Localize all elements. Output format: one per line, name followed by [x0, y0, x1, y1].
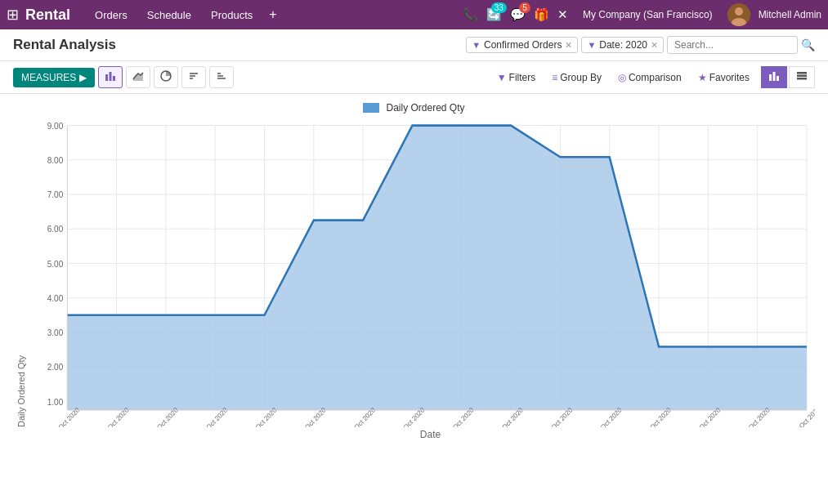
svg-text:2.00: 2.00	[47, 363, 64, 372]
app-name[interactable]: Rental	[25, 7, 70, 24]
chart-container: Daily Ordered Qty Daily Ordered Qty	[0, 94, 828, 453]
nav-orders[interactable]: Orders	[87, 6, 136, 25]
page-header: Rental Analysis ▼ Confirmed Orders ✕ ▼ D…	[0, 29, 828, 61]
measures-label: MEASURES	[21, 72, 76, 83]
svg-text:8.00: 8.00	[47, 156, 64, 165]
chat-badge: 5	[519, 2, 530, 13]
comparison-label: Comparison	[629, 72, 682, 83]
svg-text:9.00: 9.00	[47, 122, 64, 131]
comparison-button[interactable]: ◎ Comparison	[613, 69, 687, 87]
measures-button[interactable]: MEASURES ▶	[13, 68, 95, 87]
filter-label-2: Date: 2020	[599, 39, 647, 51]
close-icon[interactable]: ✕	[557, 7, 568, 22]
filter-icon-2: ▼	[587, 40, 596, 50]
nav-icons: 📞 🔄 33 💬 5 🎁 ✕ My Company (San Francisco…	[463, 3, 821, 26]
favorites-icon: ★	[698, 72, 707, 83]
nav-products[interactable]: Products	[203, 6, 261, 25]
svg-text:10 Oct 2020: 10 Oct 2020	[51, 406, 81, 427]
view-toggle	[761, 66, 815, 88]
chart-wrapper: Daily Ordered Qty	[13, 117, 815, 427]
svg-rect-17	[797, 72, 807, 74]
filter-tags: ▼ Confirmed Orders ✕ ▼ Date: 2020 ✕ 🔍	[466, 36, 815, 54]
search-icon[interactable]: 🔍	[801, 38, 815, 51]
user-name[interactable]: Mitchell Admin	[759, 9, 821, 20]
svg-text:3.00: 3.00	[47, 328, 64, 337]
svg-text:5.00: 5.00	[47, 259, 64, 268]
svg-rect-15	[773, 72, 776, 81]
nav-schedule[interactable]: Schedule	[139, 6, 199, 25]
filters-button[interactable]: ▼ Filters	[492, 69, 541, 87]
filter-close-2[interactable]: ✕	[651, 40, 658, 51]
app-grid-icon[interactable]: ⊞	[7, 6, 19, 24]
filter-confirmed-orders: ▼ Confirmed Orders ✕	[466, 37, 578, 53]
chart-inner: 9.00 8.00 7.00 6.00 5.00 4.00 3.00 2.00 …	[26, 117, 815, 427]
top-navigation: ⊞ Rental Orders Schedule Products + 📞 🔄 …	[0, 0, 828, 29]
refresh-badge: 33	[491, 2, 507, 13]
svg-text:1.00: 1.00	[47, 397, 64, 406]
page-title: Rental Analysis	[13, 37, 459, 53]
filter-icon-1: ▼	[472, 40, 481, 50]
svg-rect-16	[777, 76, 779, 81]
svg-text:6.00: 6.00	[47, 225, 64, 234]
svg-text:25 Oct 202: 25 Oct 202	[791, 408, 815, 427]
list-view-button[interactable]	[789, 66, 815, 88]
measures-arrow-icon: ▶	[79, 72, 87, 83]
filters-label: Filters	[509, 72, 536, 83]
svg-rect-18	[797, 75, 807, 78]
filters-icon: ▼	[497, 72, 507, 83]
svg-rect-4	[110, 72, 112, 81]
toolbar-right: ▼ Filters ≡ Group By ◎ Comparison ★ Favo…	[492, 66, 815, 88]
svg-point-1	[735, 7, 743, 16]
phone-icon[interactable]: 📞	[463, 7, 478, 22]
groupby-icon: ≡	[552, 72, 557, 83]
svg-rect-3	[105, 74, 108, 81]
nav-add-icon[interactable]: +	[264, 4, 281, 25]
area-fill	[67, 126, 807, 410]
groupby-button[interactable]: ≡ Group By	[547, 69, 606, 87]
favorites-label: Favorites	[709, 72, 750, 83]
x-axis-label: Date	[13, 429, 815, 440]
legend-color-box	[363, 103, 379, 113]
gift-icon[interactable]: 🎁	[534, 7, 549, 22]
filter-date-2020: ▼ Date: 2020 ✕	[581, 37, 664, 53]
svg-rect-19	[797, 78, 807, 80]
bar-chart-button[interactable]	[98, 66, 123, 88]
svg-text:7.00: 7.00	[47, 190, 64, 199]
svg-text:4.00: 4.00	[47, 294, 64, 303]
svg-rect-5	[113, 76, 115, 81]
toolbar: MEASURES ▶ ▼ Filters ≡ Group By ◎ Compar…	[0, 61, 828, 94]
filter-label-1: Confirmed Orders	[484, 39, 562, 51]
sort-desc-button[interactable]	[209, 66, 234, 88]
filter-close-1[interactable]: ✕	[565, 40, 572, 51]
groupby-label: Group By	[560, 72, 602, 83]
legend-label: Daily Ordered Qty	[386, 102, 464, 114]
comparison-icon: ◎	[618, 72, 626, 83]
chart-legend: Daily Ordered Qty	[13, 102, 815, 114]
pie-chart-button[interactable]	[154, 66, 178, 88]
chat-icon[interactable]: 💬 5	[510, 7, 526, 22]
favorites-button[interactable]: ★ Favorites	[693, 69, 754, 87]
search-input[interactable]	[667, 36, 798, 54]
svg-rect-14	[769, 74, 772, 81]
refresh-icon[interactable]: 🔄 33	[486, 7, 502, 22]
y-axis-label: Daily Ordered Qty	[13, 117, 26, 427]
avatar[interactable]	[727, 3, 750, 26]
sort-asc-button[interactable]	[181, 66, 206, 88]
area-chart-button[interactable]	[126, 66, 150, 88]
line-area-chart: 9.00 8.00 7.00 6.00 5.00 4.00 3.00 2.00 …	[26, 117, 815, 427]
chart-view-button[interactable]	[761, 66, 787, 88]
company-name[interactable]: My Company (San Francisco)	[583, 9, 713, 20]
